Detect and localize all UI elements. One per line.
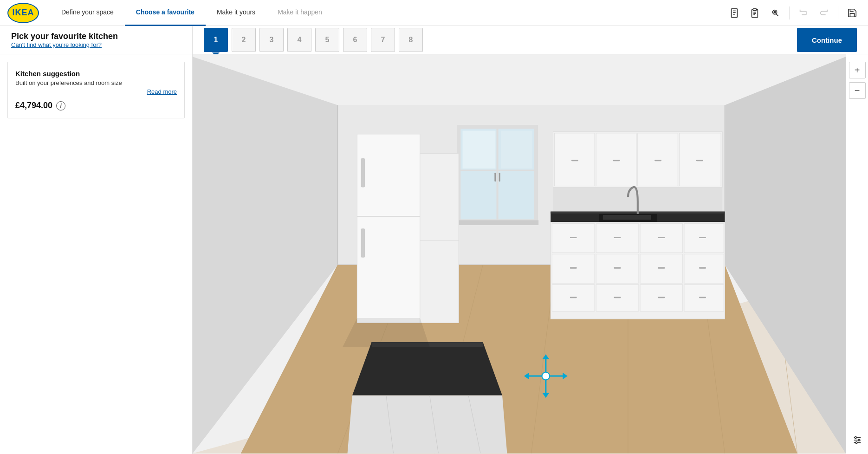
nav-tab-choose[interactable]: Choose a favourite	[125, 0, 206, 26]
svg-line-11	[776, 14, 778, 16]
svg-rect-38	[555, 133, 595, 186]
read-more-link[interactable]: Read more	[15, 88, 177, 95]
card-title: Kitchen suggestion	[15, 70, 177, 78]
svg-rect-51	[603, 215, 651, 220]
card-description: Built on your preferences and room size	[15, 79, 177, 86]
svg-rect-57	[614, 237, 621, 238]
svg-point-101	[855, 442, 857, 444]
redo-button[interactable]	[816, 5, 832, 21]
zoom-out-button[interactable]: −	[849, 82, 866, 99]
divider	[789, 6, 790, 19]
pagination-area: 1 2 3 4 5 6 7 8 Continue	[193, 26, 868, 54]
svg-rect-78	[361, 158, 365, 188]
svg-rect-56	[570, 237, 577, 238]
nav-tab-happen: Make it happen	[266, 0, 333, 26]
svg-rect-79	[361, 228, 365, 258]
svg-marker-84	[348, 396, 507, 454]
svg-point-10	[774, 11, 776, 13]
page-btn-4[interactable]: 4	[287, 28, 311, 52]
zoom-in-button[interactable]: +	[849, 62, 866, 78]
svg-rect-40	[638, 133, 678, 186]
svg-rect-80	[420, 154, 459, 323]
page-btn-7[interactable]: 7	[371, 28, 395, 52]
svg-rect-75	[699, 297, 706, 298]
page-btn-1[interactable]: 1	[204, 28, 228, 52]
svg-point-94	[542, 372, 550, 380]
header: IKEA Define your space Choose a favourit…	[0, 0, 868, 26]
ikea-logo[interactable]: IKEA	[7, 3, 39, 23]
cant-find-link[interactable]: Can't find what you're looking for?	[11, 41, 181, 48]
page-btn-5[interactable]: 5	[315, 28, 339, 52]
checklist-icon[interactable]	[726, 5, 743, 21]
svg-point-99	[855, 437, 856, 439]
svg-rect-33	[501, 131, 532, 169]
search-location-icon[interactable]	[767, 5, 784, 21]
svg-rect-76	[357, 134, 420, 323]
svg-point-100	[858, 439, 860, 441]
svg-rect-65	[614, 267, 621, 269]
settings-button[interactable]	[849, 432, 866, 448]
left-panel-header: Pick your favourite kitchen Can't find w…	[0, 26, 193, 54]
svg-rect-41	[679, 133, 721, 186]
ikea-logo-text: IKEA	[12, 8, 34, 18]
main-nav: Define your space Choose a favourite Mak…	[50, 0, 726, 26]
info-icon[interactable]: i	[56, 101, 65, 110]
svg-rect-32	[463, 131, 496, 169]
save-button[interactable]	[844, 5, 861, 21]
kitchen-view[interactable]	[193, 54, 846, 454]
svg-rect-73	[614, 297, 621, 298]
main-layout: Kitchen suggestion Built on your prefere…	[0, 54, 868, 454]
svg-rect-5	[753, 8, 756, 10]
svg-rect-66	[658, 267, 665, 269]
top-bar: Pick your favourite kitchen Can't find w…	[0, 26, 868, 54]
header-icons	[726, 5, 861, 21]
page-title: Pick your favourite kitchen	[11, 32, 181, 41]
page-btn-2[interactable]: 2	[232, 28, 256, 52]
continue-button[interactable]: Continue	[797, 28, 857, 52]
svg-rect-64	[570, 267, 577, 269]
price-text: £4,794.00	[15, 101, 52, 110]
nav-tab-define[interactable]: Define your space	[50, 0, 125, 26]
svg-rect-67	[699, 267, 706, 269]
svg-rect-58	[658, 237, 665, 238]
kitchen-scene	[193, 54, 846, 454]
undo-button[interactable]	[795, 5, 812, 21]
nav-tab-make[interactable]: Make it yours	[206, 0, 266, 26]
price-row: £4,794.00 i	[15, 101, 177, 110]
kitchen-card: Kitchen suggestion Built on your prefere…	[7, 62, 185, 118]
svg-rect-59	[699, 237, 706, 238]
page-btn-3[interactable]: 3	[259, 28, 284, 52]
left-panel: Kitchen suggestion Built on your prefere…	[0, 54, 193, 454]
svg-rect-34	[456, 220, 538, 225]
page-btn-6[interactable]: 6	[343, 28, 367, 52]
svg-rect-0	[732, 8, 738, 17]
svg-marker-82	[352, 342, 502, 396]
svg-rect-44	[654, 160, 661, 161]
page-btn-8[interactable]: 8	[399, 28, 423, 52]
clipboard-icon[interactable]	[746, 5, 763, 21]
svg-marker-95	[343, 318, 430, 347]
svg-rect-72	[570, 297, 577, 298]
svg-rect-35	[494, 173, 496, 182]
svg-rect-39	[596, 133, 636, 186]
svg-rect-42	[571, 160, 578, 161]
svg-rect-74	[658, 297, 665, 298]
svg-rect-36	[499, 173, 500, 182]
divider-2	[838, 6, 838, 19]
svg-rect-45	[696, 160, 703, 161]
svg-rect-43	[613, 160, 620, 161]
right-controls: + −	[846, 54, 868, 454]
